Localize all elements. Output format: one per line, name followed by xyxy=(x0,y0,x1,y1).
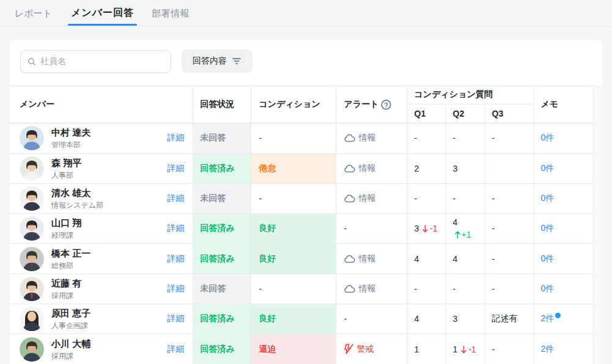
svg-text:?: ? xyxy=(385,101,389,108)
